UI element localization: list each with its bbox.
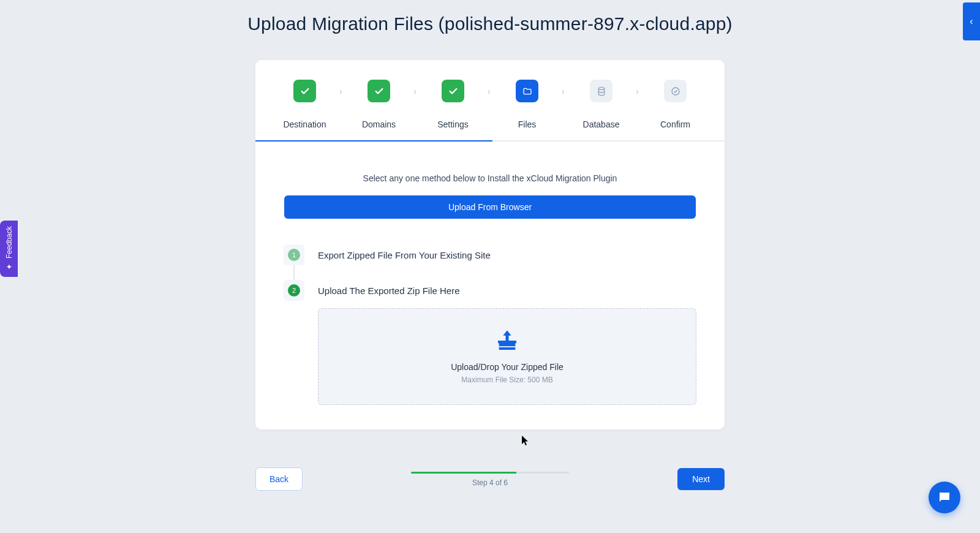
substep-2: 2 Upload The Exported Zip File Here bbox=[284, 280, 696, 301]
page-title: Upload Migration Files (polished-summer-… bbox=[0, 0, 980, 34]
chat-icon bbox=[937, 490, 952, 505]
step-number-badge: 1 bbox=[288, 249, 300, 261]
dropzone-title: Upload/Drop Your Zipped File bbox=[451, 362, 564, 372]
next-button[interactable]: Next bbox=[677, 468, 725, 490]
check-icon bbox=[442, 80, 464, 102]
file-dropzone[interactable]: Upload/Drop Your Zipped File Maximum Fil… bbox=[318, 308, 696, 405]
feedback-tab[interactable]: ✦ Feedback bbox=[0, 221, 18, 277]
sparkle-icon: ✦ bbox=[5, 262, 13, 271]
svg-point-1 bbox=[672, 88, 679, 95]
svg-rect-3 bbox=[498, 341, 516, 343]
step-label: Confirm bbox=[660, 119, 690, 129]
svg-point-0 bbox=[598, 87, 604, 89]
upload-icon bbox=[495, 329, 519, 355]
progress-bar bbox=[411, 472, 569, 474]
substep-label: Export Zipped File From Your Existing Si… bbox=[318, 250, 491, 260]
connector-line bbox=[293, 265, 295, 281]
back-button[interactable]: Back bbox=[255, 467, 303, 491]
wizard-footer: Back Step 4 of 6 Next bbox=[255, 467, 725, 491]
step-number-badge: 2 bbox=[288, 284, 300, 297]
badge-wrap: 1 bbox=[284, 244, 304, 265]
substep-label: Upload The Exported Zip File Here bbox=[318, 285, 460, 296]
progress-label: Step 4 of 6 bbox=[411, 478, 569, 487]
step-label: Domains bbox=[362, 119, 396, 129]
sidebar-collapse-button[interactable]: ‹ bbox=[963, 2, 980, 40]
check-icon bbox=[293, 80, 316, 102]
feedback-label: Feedback bbox=[5, 227, 13, 259]
step-confirm[interactable]: Confirm bbox=[638, 80, 712, 129]
stepper: Destination › Domains › Settings › Files… bbox=[255, 80, 725, 129]
svg-rect-2 bbox=[499, 342, 516, 350]
substep-1: 1 Export Zipped File From Your Existing … bbox=[284, 244, 696, 265]
badge-wrap: 2 bbox=[284, 280, 304, 301]
chat-widget-button[interactable] bbox=[929, 482, 960, 513]
svg-rect-4 bbox=[499, 346, 516, 347]
step-label: Database bbox=[583, 119, 620, 129]
stepper-underline bbox=[255, 140, 725, 142]
progress: Step 4 of 6 bbox=[411, 472, 569, 487]
step-database[interactable]: Database bbox=[564, 80, 638, 129]
step-destination[interactable]: Destination bbox=[268, 80, 342, 129]
step-label: Destination bbox=[283, 119, 326, 129]
folder-icon bbox=[516, 80, 538, 102]
dropzone-subtitle: Maximum File Size: 500 MB bbox=[461, 376, 552, 384]
database-icon bbox=[590, 80, 612, 102]
substeps: 1 Export Zipped File From Your Existing … bbox=[284, 244, 696, 405]
step-settings[interactable]: Settings bbox=[416, 80, 490, 129]
instruction-text: Select any one method below to Install t… bbox=[255, 173, 725, 183]
step-files[interactable]: Files bbox=[490, 80, 564, 129]
check-icon bbox=[368, 80, 390, 102]
step-domains[interactable]: Domains bbox=[342, 80, 416, 129]
wizard-card: Destination › Domains › Settings › Files… bbox=[255, 60, 725, 429]
confirm-icon bbox=[664, 80, 687, 102]
cursor-icon bbox=[521, 435, 530, 448]
step-label: Settings bbox=[437, 119, 469, 129]
step-label: Files bbox=[518, 119, 537, 129]
chevron-left-icon: ‹ bbox=[970, 16, 973, 27]
upload-from-browser-button[interactable]: Upload From Browser bbox=[284, 195, 696, 219]
